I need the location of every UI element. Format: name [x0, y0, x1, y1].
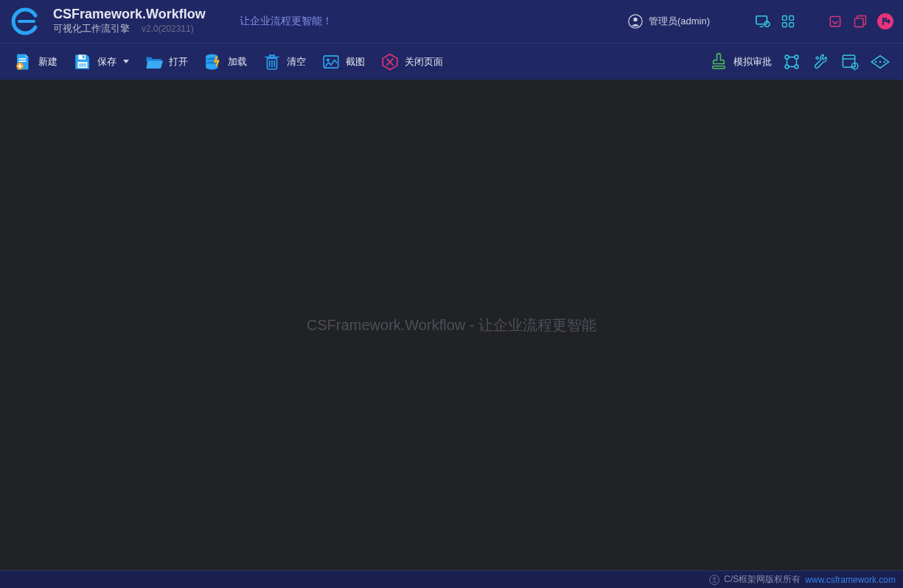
svg-point-35 [854, 65, 856, 67]
screenshot-button[interactable]: 截图 [315, 49, 371, 75]
workflow-canvas[interactable]: CSFramework.Workflow - 让企业流程更智能 [0, 80, 903, 570]
app-title: CSFramework.Workflow [53, 7, 206, 22]
tools-settings-button[interactable] [810, 51, 832, 73]
folder-open-icon [144, 52, 164, 72]
svg-rect-18 [83, 55, 84, 58]
svg-point-37 [879, 60, 882, 63]
image-icon [321, 52, 341, 72]
new-button[interactable]: 新建 [7, 49, 63, 75]
close-page-label: 关闭页面 [405, 55, 443, 69]
svg-rect-28 [713, 66, 725, 68]
svg-rect-20 [79, 63, 86, 64]
svg-point-36 [875, 60, 877, 63]
grid-apps-button[interactable] [779, 13, 797, 30]
clear-button[interactable]: 清空 [256, 49, 312, 75]
svg-point-29 [785, 55, 789, 59]
save-button[interactable]: 保存 [66, 49, 135, 75]
user-icon [628, 14, 643, 29]
svg-point-40 [714, 577, 716, 579]
svg-rect-8 [830, 16, 840, 26]
user-info[interactable]: 管理员(admin) [628, 14, 710, 29]
svg-point-31 [785, 65, 789, 69]
screenshot-label: 截图 [346, 55, 365, 69]
svg-rect-13 [19, 60, 27, 62]
title-info: CSFramework.Workflow 可视化工作流引擎 v2.0(20231… [53, 7, 206, 35]
svg-rect-33 [843, 55, 854, 67]
svg-rect-21 [79, 65, 86, 66]
app-version: v2.0(202311) [142, 24, 194, 34]
status-bar: C/S框架网版权所有 www.csframework.com [0, 570, 903, 588]
app-logo-icon [9, 5, 41, 38]
svg-point-32 [795, 65, 798, 69]
svg-rect-7 [789, 23, 794, 27]
copyright-text: C/S框架网版权所有 [724, 573, 801, 586]
maximize-button[interactable] [851, 13, 869, 30]
workflow-nodes-button[interactable] [781, 51, 803, 73]
clear-label: 清空 [287, 55, 306, 69]
close-page-button[interactable]: 关闭页面 [374, 49, 449, 75]
footer-link[interactable]: www.csframework.com [805, 575, 896, 585]
load-label: 加载 [228, 55, 247, 69]
stamp-icon [708, 52, 729, 72]
simulate-button[interactable]: 模拟审批 [702, 49, 778, 75]
svg-point-1 [633, 18, 637, 21]
svg-rect-10 [855, 18, 864, 27]
header-tagline: 让企业流程更智能！ [240, 15, 332, 28]
app-subtitle: 可视化工作流引擎 [53, 22, 130, 35]
title-bar: CSFramework.Workflow 可视化工作流引擎 v2.0(20231… [0, 0, 903, 43]
minimize-button[interactable] [826, 13, 844, 30]
svg-rect-16 [18, 65, 23, 66]
chevron-down-icon [123, 60, 129, 63]
open-label: 打开 [169, 55, 188, 69]
monitor-settings-button[interactable] [754, 13, 772, 30]
canvas-watermark: CSFramework.Workflow - 让企业流程更智能 [307, 315, 596, 335]
svg-rect-5 [789, 16, 794, 21]
user-name: 管理员(admin) [649, 15, 710, 28]
open-button[interactable]: 打开 [138, 49, 194, 75]
svg-rect-19 [78, 62, 88, 68]
svg-point-38 [884, 60, 886, 63]
toolbar: 新建 保存 打开 加载 清空 截图 关闭页面 [0, 43, 903, 80]
cloud-node-button[interactable] [869, 51, 891, 73]
svg-point-30 [795, 55, 798, 59]
close-hex-icon [380, 52, 400, 72]
new-file-icon [13, 52, 34, 72]
close-button[interactable] [876, 13, 894, 30]
svg-point-11 [877, 13, 893, 29]
svg-rect-6 [783, 23, 787, 27]
simulate-label: 模拟审批 [733, 55, 772, 69]
svg-point-27 [327, 58, 330, 61]
config-gear-button[interactable] [840, 51, 862, 73]
save-icon [72, 52, 93, 72]
save-label: 保存 [97, 55, 116, 69]
svg-rect-12 [19, 58, 27, 60]
window-controls [754, 13, 894, 30]
new-label: 新建 [38, 55, 57, 69]
trash-icon [262, 52, 282, 72]
svg-rect-17 [78, 55, 86, 60]
svg-rect-4 [783, 16, 787, 21]
load-button[interactable]: 加载 [197, 49, 253, 75]
copyright-icon [709, 575, 719, 585]
database-load-icon [203, 52, 223, 72]
